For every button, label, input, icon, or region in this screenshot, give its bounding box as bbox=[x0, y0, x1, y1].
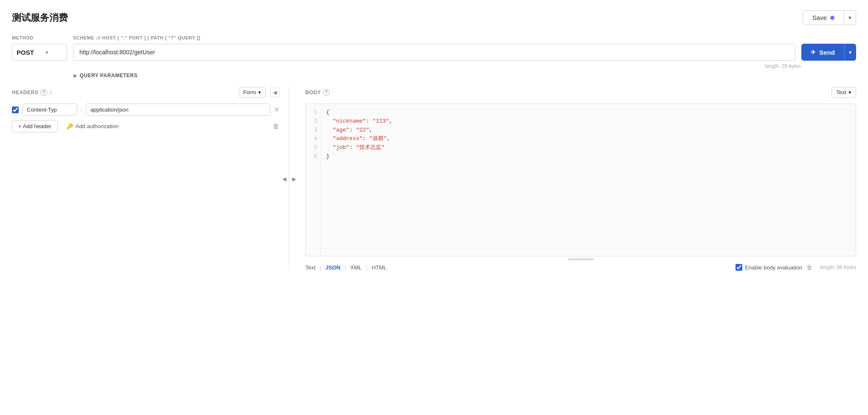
body-xml-link[interactable]: XML bbox=[350, 264, 362, 271]
body-length: length: 86 bytes bbox=[820, 264, 856, 270]
separator-2: | bbox=[345, 264, 346, 271]
method-select-wrap: POST GET PUT DELETE PATCH ▾ bbox=[12, 44, 67, 61]
add-auth-label: Add authorization bbox=[76, 123, 118, 129]
query-params-row[interactable]: ▶ QUERY PARAMETERS bbox=[73, 73, 856, 79]
send-button[interactable]: ✈ Send bbox=[801, 44, 844, 61]
nav-left-arrow[interactable]: ◀ bbox=[270, 88, 279, 97]
colon-separator: : bbox=[81, 107, 82, 113]
enable-eval-checkbox[interactable] bbox=[736, 264, 742, 271]
url-input[interactable] bbox=[73, 44, 795, 61]
form-dropdown-arrow-icon: ▾ bbox=[258, 89, 261, 95]
page-title: 测试服务消费 bbox=[12, 11, 68, 24]
code-editor[interactable]: 1 2 3 4 5 6 { "nickname": "123", "age": … bbox=[305, 104, 856, 256]
send-dropdown-arrow[interactable]: ▾ bbox=[844, 44, 856, 61]
send-label: Send bbox=[819, 49, 835, 56]
headers-label: HEADERS ? ↕ bbox=[12, 89, 52, 96]
panel-divider-wrap: ◀ ▶ bbox=[279, 87, 299, 271]
header-checkbox[interactable] bbox=[12, 107, 19, 113]
add-authorization-button[interactable]: 🔑 Add authorization bbox=[66, 123, 118, 129]
line-numbers: 1 2 3 4 5 6 bbox=[306, 104, 321, 256]
body-help-icon[interactable]: ? bbox=[323, 89, 330, 96]
delete-all-headers-button[interactable]: 🗑 bbox=[273, 123, 279, 130]
body-bar: BODY ? Text ▾ bbox=[305, 87, 856, 98]
query-params-label: QUERY PARAMETERS bbox=[80, 73, 138, 79]
separator-1: | bbox=[320, 264, 321, 271]
form-label: Form bbox=[243, 89, 256, 95]
separator-3: | bbox=[366, 264, 367, 271]
headers-bar: HEADERS ? ↕ Form ▾ ◀ bbox=[12, 87, 279, 98]
save-button[interactable]: Save bbox=[803, 11, 844, 25]
body-type-label: Text bbox=[836, 89, 846, 95]
send-icon: ✈ bbox=[811, 49, 816, 56]
lock-icon: 🔑 bbox=[66, 123, 73, 129]
body-delete-icon[interactable]: 🗑 bbox=[806, 264, 812, 271]
collapse-left-arrow[interactable]: ◀ bbox=[279, 87, 289, 271]
enable-eval-label: Enable body evaluation bbox=[745, 264, 802, 271]
headers-sort-icon[interactable]: ↕ bbox=[49, 89, 52, 95]
form-dropdown[interactable]: Form ▾ bbox=[239, 87, 266, 98]
body-json-link[interactable]: JSON bbox=[325, 264, 340, 271]
add-header-button[interactable]: + Add header bbox=[12, 120, 58, 132]
enable-eval-wrap: Enable body evaluation bbox=[736, 264, 802, 271]
text-dropdown-arrow-icon: ▾ bbox=[848, 89, 851, 95]
send-button-group: ✈ Send ▾ bbox=[801, 44, 856, 61]
save-dropdown-arrow[interactable]: ▾ bbox=[844, 11, 856, 25]
top-bar: 测试服务消费 Save ▾ bbox=[12, 10, 856, 25]
method-select[interactable]: POST GET PUT DELETE PATCH bbox=[17, 49, 42, 56]
add-header-label: + Add header bbox=[18, 123, 51, 129]
save-button-group: Save ▾ bbox=[803, 10, 856, 25]
url-col: SCHEME :// HOST [ ":" PORT ] [ PATH [ "?… bbox=[73, 35, 795, 61]
header-key-input[interactable] bbox=[22, 104, 77, 116]
method-arrow-icon: ▾ bbox=[45, 49, 48, 56]
url-length: length: 29 bytes bbox=[12, 63, 856, 69]
collapse-right-arrow[interactable]: ▶ bbox=[289, 87, 299, 271]
method-col: METHOD POST GET PUT DELETE PATCH ▾ bbox=[12, 35, 67, 61]
app-container: 测试服务消费 Save ▾ METHOD POST GET PUT DELETE… bbox=[0, 0, 868, 415]
body-html-link[interactable]: HTML bbox=[372, 264, 386, 271]
body-label-text: BODY bbox=[305, 90, 321, 95]
body-label: BODY ? bbox=[305, 89, 330, 96]
save-label: Save bbox=[812, 14, 827, 21]
scrollbar-hint bbox=[568, 258, 594, 261]
url-label: SCHEME :// HOST [ ":" PORT ] [ PATH [ "?… bbox=[73, 35, 795, 40]
body-text-link[interactable]: Text bbox=[305, 264, 316, 271]
header-value-input[interactable] bbox=[86, 104, 271, 116]
url-row: METHOD POST GET PUT DELETE PATCH ▾ SCHEM… bbox=[12, 35, 856, 61]
main-panel: HEADERS ? ↕ Form ▾ ◀ : ✕ bbox=[12, 87, 856, 271]
code-content: { "nickname": "123", "age": "22", "addre… bbox=[321, 104, 397, 256]
right-panel: BODY ? Text ▾ 1 2 3 4 5 6 { "nick bbox=[299, 87, 856, 271]
header-row: : ✕ bbox=[12, 104, 279, 116]
action-row: + Add header 🔑 Add authorization 🗑 bbox=[12, 120, 279, 132]
save-dot-icon bbox=[830, 16, 834, 20]
left-panel: HEADERS ? ↕ Form ▾ ◀ : ✕ bbox=[12, 87, 279, 271]
header-remove-button[interactable]: ✕ bbox=[274, 106, 279, 114]
headers-help-icon[interactable]: ? bbox=[40, 89, 47, 96]
body-footer: Text | JSON | XML | HTML Enable body eva… bbox=[305, 264, 856, 271]
text-dropdown[interactable]: Text ▾ bbox=[831, 87, 856, 98]
method-label: METHOD bbox=[12, 35, 67, 40]
query-params-arrow-icon: ▶ bbox=[73, 73, 77, 79]
headers-label-text: HEADERS bbox=[12, 90, 38, 95]
